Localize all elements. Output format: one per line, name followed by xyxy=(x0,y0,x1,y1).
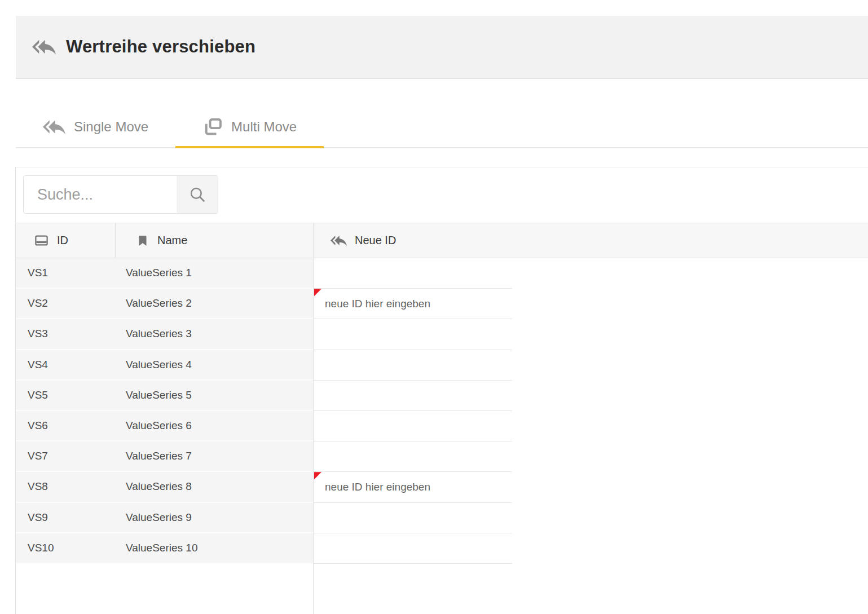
neue-id-text: neue ID hier eingeben xyxy=(325,298,430,310)
cell-name: ValueSeries 2 xyxy=(116,289,313,319)
cell-name: ValueSeries 6 xyxy=(116,411,313,441)
cell-neue-id[interactable] xyxy=(314,258,512,289)
cell-id: VS4 xyxy=(16,350,116,381)
table-row: VS5 ValueSeries 5 xyxy=(16,381,868,411)
cell-neue-id[interactable] xyxy=(314,503,512,533)
cell-id: VS3 xyxy=(16,319,116,350)
card-icon xyxy=(34,233,49,248)
dirty-marker-icon xyxy=(314,472,321,479)
tab-label: Multi Move xyxy=(231,119,297,135)
table-row: VS4 ValueSeries 4 xyxy=(16,350,868,381)
move-reply-all-icon xyxy=(331,232,347,249)
multi-move-panel: ID Name Neue ID VS1 ValueSeries 1 xyxy=(15,167,868,614)
cell-name: ValueSeries 8 xyxy=(116,472,313,502)
search-icon xyxy=(188,185,207,204)
tab-bar: Single Move Multi Move xyxy=(16,106,868,148)
cell-id: VS7 xyxy=(16,441,116,472)
table-row: VS10 ValueSeries 10 xyxy=(16,533,868,564)
cell-name: ValueSeries 10 xyxy=(116,533,313,564)
cell-neue-id[interactable] xyxy=(314,411,512,441)
table-row: VS8 ValueSeries 8 neue ID hier eingeben xyxy=(16,472,868,502)
bookmark-icon xyxy=(136,234,149,248)
cell-neue-id[interactable] xyxy=(314,381,512,411)
search-button[interactable] xyxy=(177,176,218,213)
table-row: VS1 ValueSeries 1 xyxy=(16,258,868,289)
cell-neue-id[interactable]: neue ID hier eingeben xyxy=(314,472,512,502)
cell-id: VS9 xyxy=(16,503,116,533)
cell-id: VS1 xyxy=(16,258,116,289)
column-label: Neue ID xyxy=(355,234,396,247)
table-row: VS9 ValueSeries 9 xyxy=(16,503,868,533)
page-title: Wertreihe verschieben xyxy=(66,37,255,57)
table-body: VS1 ValueSeries 1 VS2 ValueSeries 2 neue… xyxy=(16,258,868,564)
move-reply-all-icon xyxy=(32,35,56,59)
cell-name: ValueSeries 4 xyxy=(116,350,313,381)
cell-name: ValueSeries 5 xyxy=(116,381,313,411)
tab-multi-move[interactable]: Multi Move xyxy=(175,106,324,147)
cell-neue-id[interactable] xyxy=(314,533,512,564)
column-header-id[interactable]: ID xyxy=(16,223,116,258)
cell-name: ValueSeries 1 xyxy=(116,258,313,289)
table-row: VS3 ValueSeries 3 xyxy=(16,319,868,350)
multi-move-layers-icon xyxy=(202,117,223,137)
cell-neue-id[interactable] xyxy=(314,350,512,381)
cell-id: VS8 xyxy=(16,472,116,502)
cell-neue-id[interactable]: neue ID hier eingeben xyxy=(314,289,512,319)
title-bar: Wertreihe verschieben xyxy=(16,16,868,79)
single-move-reply-all-icon xyxy=(43,116,65,138)
cell-name: ValueSeries 3 xyxy=(116,319,313,350)
cell-name: ValueSeries 7 xyxy=(116,441,313,472)
search-input[interactable] xyxy=(24,176,177,213)
cell-name: ValueSeries 9 xyxy=(116,503,313,533)
table-row: VS6 ValueSeries 6 xyxy=(16,411,868,441)
neue-id-text: neue ID hier eingeben xyxy=(325,481,430,493)
tab-single-move[interactable]: Single Move xyxy=(16,106,175,147)
cell-neue-id[interactable] xyxy=(314,319,512,350)
cell-id: VS2 xyxy=(16,289,116,319)
dirty-marker-icon xyxy=(314,289,321,296)
cell-neue-id[interactable] xyxy=(314,441,512,472)
cell-id: VS6 xyxy=(16,411,116,441)
column-header-neue-id[interactable]: Neue ID xyxy=(314,223,868,258)
search-box xyxy=(23,175,218,214)
tab-label: Single Move xyxy=(74,119,148,135)
column-header-name[interactable]: Name xyxy=(116,223,314,258)
table-row: VS2 ValueSeries 2 neue ID hier eingeben xyxy=(16,289,868,319)
column-label: ID xyxy=(57,234,68,247)
table-row: VS7 ValueSeries 7 xyxy=(16,441,868,472)
cell-id: VS10 xyxy=(16,533,116,564)
column-label: Name xyxy=(157,234,187,247)
table-header: ID Name Neue ID xyxy=(16,223,868,258)
cell-id: VS5 xyxy=(16,381,116,411)
